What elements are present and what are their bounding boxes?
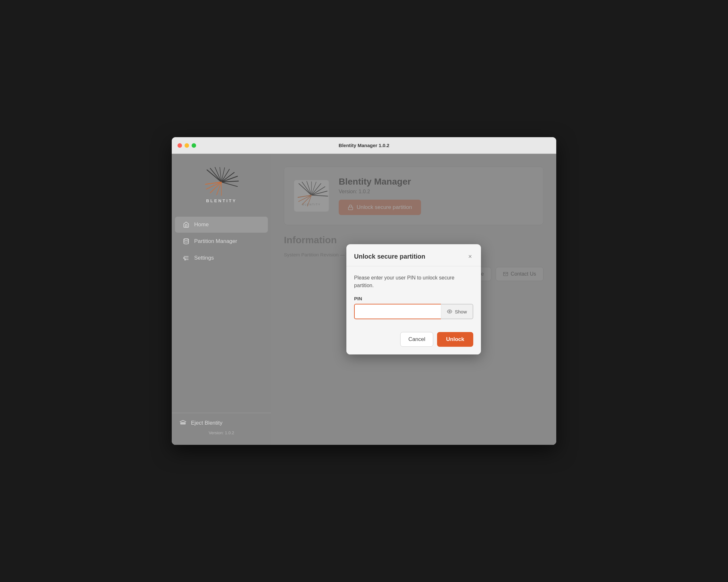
cancel-button[interactable]: Cancel [400,332,433,347]
eject-label: Eject Blentity [191,420,223,426]
dialog-title: Unlock secure partition [354,253,425,260]
main-content: BLENTITY [271,154,556,445]
unlock-dialog: Unlock secure partition × Please enter y… [346,244,481,354]
sidebar-item-partition-manager[interactable]: Partition Manager [175,233,268,249]
home-icon [183,221,190,228]
sidebar-nav: Home Partition Manager [172,213,271,413]
sidebar-bottom: Eject Blentity Version: 1.0.2 [172,413,271,445]
sidebar-version: Version: 1.0.2 [179,430,263,435]
app-body: BLENTITY Home [172,154,556,445]
maximize-button[interactable] [191,143,196,148]
show-pin-button[interactable]: Show [441,304,473,319]
window-controls [178,143,196,148]
app-window: Blentity Manager 1.0.2 [172,137,556,445]
svg-line-0 [207,170,222,182]
titlebar: Blentity Manager 1.0.2 [172,137,556,154]
svg-point-15 [184,239,189,241]
pin-input-row: Show [354,304,473,319]
partition-icon [183,238,190,245]
svg-line-1 [210,168,222,182]
modal-overlay: Unlock secure partition × Please enter y… [271,154,556,445]
sidebar: BLENTITY Home [172,154,271,445]
sidebar-logo-area: BLENTITY [172,154,271,213]
logo-text: BLENTITY [206,198,237,203]
unlock-confirm-button[interactable]: Unlock [437,332,473,347]
sidebar-partition-label: Partition Manager [194,238,237,245]
logo-svg [201,167,242,197]
dialog-description: Please enter your user PIN to unlock sec… [354,274,473,289]
sidebar-item-home[interactable]: Home [175,217,268,233]
window-title: Blentity Manager 1.0.2 [339,143,389,148]
svg-point-40 [449,311,450,312]
svg-point-20 [185,259,185,260]
show-label: Show [455,309,467,314]
dialog-footer: Cancel Unlock [346,327,481,354]
svg-line-9 [222,182,237,186]
sidebar-item-settings[interactable]: Settings [175,250,268,266]
dialog-header: Unlock secure partition × [346,244,481,266]
sidebar-home-label: Home [194,222,209,228]
svg-point-19 [184,257,185,258]
eject-blentity-item[interactable]: Eject Blentity [179,420,263,427]
pin-label: PIN [354,296,473,301]
sidebar-settings-label: Settings [194,255,214,261]
svg-rect-22 [181,423,185,424]
close-button[interactable] [178,143,182,148]
pin-input[interactable] [354,304,441,319]
close-icon: × [468,253,472,260]
dialog-close-button[interactable]: × [467,252,473,261]
settings-icon [183,254,190,261]
eye-icon [447,309,452,314]
logo-graphic [201,167,242,197]
dialog-body: Please enter your user PIN to unlock sec… [346,266,481,327]
eject-icon [179,420,186,427]
minimize-button[interactable] [185,143,189,148]
